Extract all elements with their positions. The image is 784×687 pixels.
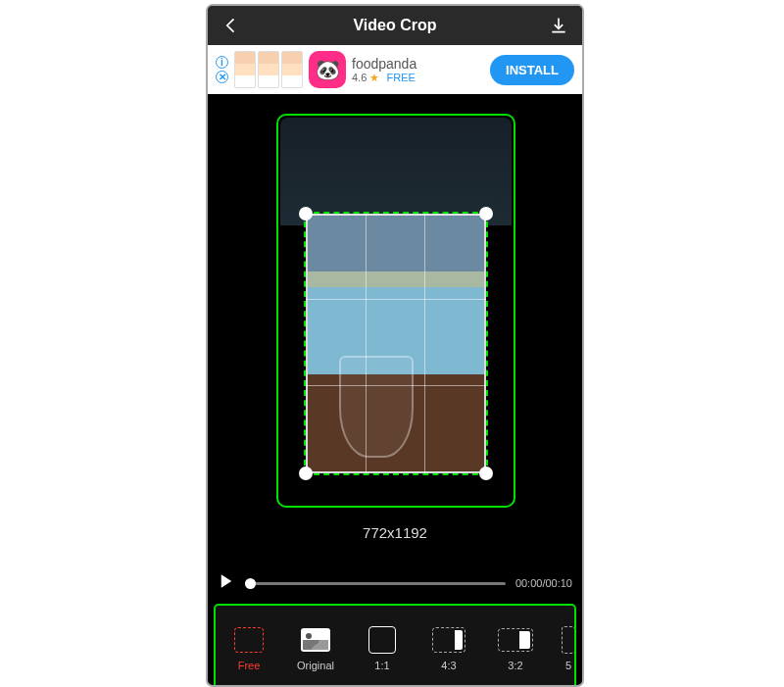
aspect-label: 5 [565,660,571,671]
crop-handle-tr[interactable] [479,207,493,221]
time-label: 00:00/00:10 [515,577,572,589]
aspect-5[interactable]: 5 [551,624,576,671]
aspect-free[interactable]: Free [218,624,280,671]
svg-marker-0 [221,574,232,588]
aspect-label: Free [238,660,261,671]
aspect-label: 1:1 [374,660,389,671]
aspect-ratio-bar[interactable]: Free Original 1:1 4:3 3:2 5 [214,604,576,687]
header-bar: Video Crop [208,6,582,45]
crop-handle-bl[interactable] [299,466,313,480]
aspect-3-2[interactable]: 3:2 [484,624,547,671]
aspect-1-1[interactable]: 1:1 [351,624,414,671]
ad-banner[interactable]: i✕ 🐼 foodpanda 4.6 ★ FREE INSTALL [208,45,582,94]
ad-rating: 4.6 [352,72,367,83]
ad-choices-icon[interactable]: i✕ [216,56,228,83]
chevron-left-icon [221,16,241,35]
play-icon [218,572,235,590]
aspect-label: 4:3 [441,660,456,671]
image-icon [301,628,330,652]
player-bar: 00:00/00:10 [208,564,582,602]
timeline-track[interactable] [245,582,506,585]
ad-app-icon: 🐼 [309,51,346,88]
install-button[interactable]: INSTALL [490,55,574,85]
ad-app-name: foodpanda [352,56,484,72]
aspect-4-3[interactable]: 4:3 [417,624,480,671]
ad-price: FREE [386,72,415,83]
ad-text: foodpanda 4.6 ★ FREE [352,56,484,84]
crop-frame [306,214,486,473]
video-canvas[interactable]: 772x1192 [208,94,582,564]
back-button[interactable] [220,14,243,37]
crop-handle-br[interactable] [479,466,493,480]
app-window: Video Crop i✕ 🐼 foodpanda 4.6 ★ FREE [206,4,584,687]
aspect-label: Original [297,660,334,671]
crop-handle-tl[interactable] [299,207,313,221]
aspect-original[interactable]: Original [284,624,347,671]
crop-box[interactable] [304,212,488,475]
ad-thumbnails [234,51,303,88]
page-title: Video Crop [353,17,436,34]
crop-dimensions: 772x1192 [208,524,582,541]
download-icon [549,16,568,35]
play-button[interactable] [218,572,235,594]
star-icon: ★ [369,72,379,83]
aspect-label: 3:2 [508,660,522,671]
export-button[interactable] [547,14,570,37]
